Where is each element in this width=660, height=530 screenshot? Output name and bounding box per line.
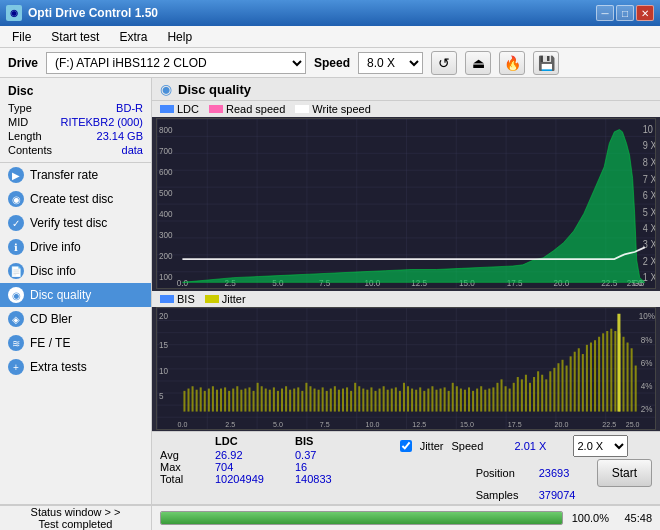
disc-mid-label: MID	[8, 116, 28, 128]
stats-headers: LDC BIS	[160, 435, 400, 447]
sidebar: Disc Type BD-R MID RITEKBR2 (000) Length…	[0, 78, 152, 504]
nav-cd-bler-icon: ◈	[8, 311, 24, 327]
svg-text:5: 5	[159, 391, 164, 402]
svg-rect-143	[541, 375, 543, 412]
nav-drive-info-icon: ℹ	[8, 239, 24, 255]
chart2-legend: BIS Jitter	[152, 291, 660, 307]
nav-verify-test-disc[interactable]: ✓ Verify test disc	[0, 211, 151, 235]
legend-bis-label: BIS	[177, 293, 195, 305]
position-label: Position	[476, 467, 531, 479]
window-controls: ─ □ ✕	[596, 5, 654, 21]
nav-transfer-rate-icon: ▶	[8, 167, 24, 183]
svg-rect-58	[196, 390, 198, 412]
nav-disc-quality[interactable]: ◉ Disc quality	[0, 283, 151, 307]
menu-file[interactable]: File	[8, 29, 35, 45]
svg-rect-130	[488, 389, 490, 412]
svg-rect-96	[350, 391, 352, 412]
progress-bar-fill	[161, 512, 562, 524]
close-button[interactable]: ✕	[636, 5, 654, 21]
save-button[interactable]: 💾	[533, 51, 559, 75]
nav-create-test-disc-icon: ◉	[8, 191, 24, 207]
status-window-button[interactable]: Status window > >	[27, 506, 125, 518]
burn-button[interactable]: 🔥	[499, 51, 525, 75]
svg-rect-65	[224, 388, 226, 412]
svg-rect-114	[423, 391, 425, 412]
svg-rect-144	[545, 380, 547, 412]
svg-rect-103	[379, 389, 381, 412]
svg-rect-83	[297, 388, 299, 412]
app-title: Opti Drive Control 1.50	[28, 6, 158, 20]
chart2-svg: 20 15 10 5 10% 8% 6% 4% 2% 0.0 2.5 5.0 7…	[157, 308, 655, 429]
nav-verify-test-disc-icon: ✓	[8, 215, 24, 231]
legend-jitter: Jitter	[205, 293, 246, 305]
nav-drive-info[interactable]: ℹ Drive info	[0, 235, 151, 259]
legend-ldc: LDC	[160, 103, 199, 115]
nav-create-test-disc[interactable]: ◉ Create test disc	[0, 187, 151, 211]
svg-rect-59	[200, 388, 202, 412]
disc-quality-header: ◉ Disc quality	[152, 78, 660, 101]
nav-cd-bler[interactable]: ◈ CD Bler	[0, 307, 151, 331]
svg-rect-146	[553, 368, 555, 412]
drive-select[interactable]: (F:) ATAPI iHBS112 2 CLOD	[46, 52, 306, 74]
svg-text:8 X: 8 X	[643, 156, 655, 168]
chart2-container: 20 15 10 5 10% 8% 6% 4% 2% 0.0 2.5 5.0 7…	[156, 307, 656, 430]
svg-rect-122	[456, 386, 458, 411]
svg-rect-81	[289, 390, 291, 412]
svg-rect-147	[557, 363, 559, 411]
svg-rect-131	[492, 388, 494, 412]
menu-start-test[interactable]: Start test	[47, 29, 103, 45]
svg-text:600: 600	[159, 166, 173, 177]
speed-select-stat[interactable]: 2.0 X	[573, 435, 628, 457]
stats-max-row: Max 704 16	[160, 461, 400, 473]
speed-select[interactable]: 8.0 X	[358, 52, 423, 74]
disc-length-row: Length 23.14 GB	[8, 130, 143, 142]
svg-text:6%: 6%	[641, 357, 653, 368]
disc-contents-label: Contents	[8, 144, 52, 156]
stats-total-row: Total 10204949 140833	[160, 473, 400, 485]
stat-col-ldc: LDC	[215, 435, 275, 447]
nav-extra-tests[interactable]: + Extra tests	[0, 355, 151, 379]
start-button[interactable]: Start	[597, 459, 652, 487]
svg-text:4 X: 4 X	[643, 223, 655, 235]
refresh-button[interactable]: ↺	[431, 51, 457, 75]
nav-transfer-rate[interactable]: ▶ Transfer rate	[0, 163, 151, 187]
eject-button[interactable]: ⏏	[465, 51, 491, 75]
svg-text:1 X: 1 X	[643, 272, 655, 284]
svg-rect-82	[293, 389, 295, 412]
svg-text:15: 15	[159, 340, 168, 351]
chart1-legend: LDC Read speed Write speed	[152, 101, 660, 117]
svg-rect-123	[460, 389, 462, 412]
svg-text:2%: 2%	[641, 403, 653, 414]
speed-label: Speed	[314, 56, 350, 70]
samples-row: Samples 379074	[400, 489, 652, 501]
test-completed-label: Test completed	[39, 518, 113, 530]
svg-rect-75	[265, 389, 267, 412]
svg-rect-61	[208, 389, 210, 412]
nav-fe-te[interactable]: ≋ FE / TE	[0, 331, 151, 355]
svg-rect-138	[521, 380, 523, 412]
svg-rect-125	[468, 388, 470, 412]
svg-text:8%: 8%	[641, 334, 653, 345]
svg-rect-156	[594, 340, 596, 411]
svg-rect-99	[362, 389, 364, 412]
svg-text:20: 20	[159, 311, 168, 322]
minimize-button[interactable]: ─	[596, 5, 614, 21]
svg-rect-166	[635, 366, 637, 412]
disc-section-title: Disc	[8, 84, 143, 98]
svg-text:300: 300	[159, 229, 173, 240]
svg-text:5.0: 5.0	[273, 419, 283, 429]
stats-total-ldc: 10204949	[215, 473, 275, 485]
maximize-button[interactable]: □	[616, 5, 634, 21]
svg-rect-77	[273, 388, 275, 412]
nav-disc-info[interactable]: 📄 Disc info	[0, 259, 151, 283]
svg-text:5 X: 5 X	[643, 206, 655, 218]
legend-write-speed: Write speed	[295, 103, 371, 115]
legend-ldc-label: LDC	[177, 103, 199, 115]
svg-rect-116	[431, 386, 433, 411]
chart1-container: 10 X 9 X 8 X 7 X 6 X 5 X 4 X 3 X 2 X 1 X…	[156, 118, 656, 289]
jitter-checkbox[interactable]	[400, 440, 412, 452]
menu-extra[interactable]: Extra	[115, 29, 151, 45]
svg-rect-161	[614, 331, 616, 412]
svg-rect-101	[370, 388, 372, 412]
menu-help[interactable]: Help	[163, 29, 196, 45]
